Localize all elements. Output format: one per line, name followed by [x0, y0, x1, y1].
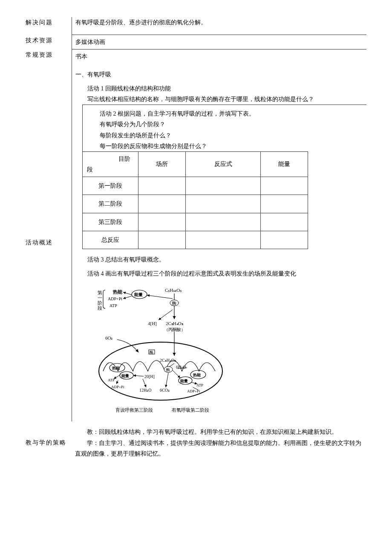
activity2-box: 活动 2 根据问题，自主学习有氧呼吸的过程，并填写下表。 有氧呼吸分为几个阶段？…: [82, 105, 366, 151]
solve-problem-text: 有氧呼吸是分阶段、逐步进行的彻底的氧化分解。: [72, 17, 366, 35]
table-cell: [261, 231, 308, 249]
table-cell: [138, 213, 186, 231]
strategy-content: 教：回顾线粒体结构，学习有氧呼吸过程。利用学生已有的知识，在原知识框架上构建新知…: [72, 427, 366, 459]
activity-overview-row: 活动概述 一、有氧呼吸 活动 1 回顾线粒体的结构和功能 写出线粒体相应结构的名…: [26, 64, 366, 422]
diagram-20H: 20[H]: [144, 374, 155, 379]
strategy-learn: 学：自主学习、通过阅读书本，提供学生阅读理解能力和信息提取的能力。利用画图，使生…: [75, 438, 366, 459]
diagram-4H: 4[H]: [148, 321, 157, 326]
svg-line-2: [123, 296, 132, 299]
table-header-energy: 能量: [261, 151, 308, 177]
table-row: 第三阶段: [83, 213, 308, 231]
table-row: 总反应: [83, 231, 308, 249]
diagram-adp-pi3: ADP+Pi: [187, 389, 200, 393]
normal-resource-label: 常规资源: [26, 49, 72, 60]
solve-problem-row: 解决问题 有氧呼吸是分阶段、逐步进行的彻底的氧化分解。: [26, 17, 366, 35]
diagram-6O2: 6O₂: [105, 335, 112, 340]
svg-line-1: [123, 292, 132, 295]
table-cell: [138, 195, 186, 213]
stage1-label-char4: 段: [98, 305, 102, 311]
activity-overview-content: 一、有氧呼吸 活动 1 回顾线粒体的结构和功能 写出线粒体相应结构的名称，与细胞…: [72, 64, 366, 422]
stage1-label-char2: 一: [98, 295, 102, 300]
respiration-diagram: 第 一 阶 段 热能 ADP+Pi ATP 能量 C₆H₁₂O₆ 酶: [92, 286, 366, 418]
normal-resource-text: 书本: [72, 49, 366, 64]
tech-resource-label: 技术资源: [26, 35, 72, 46]
table-cell-total: 总反应: [83, 231, 138, 249]
section-heading: 一、有氧呼吸: [75, 69, 366, 80]
solve-problem-label: 解决问题: [26, 17, 72, 28]
table-header-row: 目阶 段 场所 反应式 能量: [83, 151, 308, 177]
table-cell: [261, 177, 308, 195]
svg-line-17: [133, 375, 144, 376]
diagram-enzyme2: 酶: [166, 368, 170, 372]
svg-line-5: [147, 295, 173, 299]
diagram-adp-pi1: ADP+Pi: [108, 296, 122, 301]
normal-resource-row: 常规资源 书本: [26, 49, 366, 64]
diagram-adp-pi2: ADP+Pi: [111, 385, 124, 389]
diagram-heat1: 热能: [112, 289, 123, 295]
diagram-energy1: 能量: [134, 292, 143, 297]
activity1-title: 活动 1 回顾线粒体的结构和功能: [75, 83, 366, 94]
table-header-stage: 目阶 段: [83, 151, 138, 177]
strategy-row: 教与学的策略 教：回顾线粒体结构，学习有氧呼吸过程。利用学生已有的知识，在原知识…: [26, 427, 366, 459]
diagram-6H2O: 6H₂O: [176, 365, 186, 369]
diagram-pyruvate2: 2C₃H₄O₃: [160, 358, 176, 363]
svg-line-19: [166, 373, 168, 387]
svg-line-16: [114, 375, 121, 379]
diagram-glucose: C₆H₁₂O₆: [165, 288, 182, 293]
table-header-reaction: 反应式: [186, 151, 261, 177]
tech-resource-text: 多媒体动画: [72, 35, 366, 49]
stage1-label-char3: 阶: [98, 300, 102, 305]
stage1-label-char1: 第: [98, 290, 102, 295]
table-cell: [261, 195, 308, 213]
table-cell: [186, 195, 261, 213]
activity2-title: 活动 2 根据问题，自主学习有氧呼吸的过程，并填写下表。: [88, 108, 361, 119]
svg-line-15: [116, 381, 118, 384]
strategy-label: 教与学的策略: [26, 436, 72, 450]
activity1-text: 写出线粒体相应结构的名称，与细胞呼吸有关的酶存在于哪里，线粒体的功能是什么？: [75, 94, 366, 105]
diagram-12H2O: 12H₂O: [139, 388, 151, 392]
table-cell: [186, 213, 261, 231]
diagram-enzyme-mito: 酶: [150, 350, 153, 355]
diagram-atp2: ATP: [108, 378, 115, 382]
table-cell-stage2: 第二阶段: [83, 195, 138, 213]
diagram-pyruvate-n: （丙酮酸）: [164, 327, 185, 332]
tech-resource-row: 技术资源 多媒体动画: [26, 35, 366, 49]
table-cell: [186, 231, 261, 249]
svg-line-22: [173, 370, 180, 378]
table-cell: [138, 231, 186, 249]
table-header-place: 场所: [138, 151, 186, 177]
diagram-atp1: ATP: [110, 303, 117, 308]
table-row: 第一阶段: [83, 177, 308, 195]
diagram-6CO2: 6CO₂: [160, 388, 170, 392]
table-cell: [186, 177, 261, 195]
activity3-text: 活动 3 总结出有氧呼吸概念。: [75, 254, 366, 265]
diagram-atp3: ATP: [196, 383, 203, 387]
diagram-heat2: 热能: [112, 366, 120, 370]
activity2-q2: 每阶段发生的场所是什么？: [88, 130, 361, 141]
strategy-teach: 教：回顾线粒体结构，学习有氧呼吸过程。利用学生已有的知识，在原知识框架上构建新知…: [75, 427, 366, 437]
activity4-text: 活动 4 画出有氧呼吸过程三个阶段的过程示意图式及表明发生的场所及能量变化: [75, 268, 366, 279]
activity2-q1: 有氧呼吸分为几个阶段？: [88, 119, 361, 130]
activity-overview-label: 活动概述: [26, 64, 72, 422]
svg-line-6: [159, 310, 173, 320]
table-cell-stage1: 第一阶段: [83, 177, 138, 195]
diagram-energy2: 能量: [121, 374, 129, 378]
diagram-heat3: 热能: [193, 373, 201, 377]
svg-line-18: [143, 379, 146, 387]
table-cell-stage3: 第三阶段: [83, 213, 138, 231]
diagram-caption-left: 育设呼救第三阶段: [115, 407, 153, 413]
diagram-energy3: 能量: [180, 379, 188, 383]
diagram-svg: 第 一 阶 段 热能 ADP+Pi ATP 能量 C₆H₁₂O₆ 酶: [92, 286, 229, 418]
diagram-enzyme1: 酶: [172, 301, 176, 305]
activity2-q3: 每一阶段的反应物和生成物分别是什么？: [88, 141, 361, 151]
table-cell: [261, 213, 308, 231]
diagram-caption-right: 有氧呼吸第二阶段: [172, 407, 209, 413]
diagram-pyruvate-f: 2C₃H₄O₃: [166, 321, 183, 326]
table-cell: [138, 177, 186, 195]
stages-table: 目阶 段 场所 反应式 能量 第一阶段 第二阶段 第三阶段: [82, 151, 308, 249]
table-row: 第二阶段: [83, 195, 308, 213]
svg-line-11: [169, 363, 174, 367]
